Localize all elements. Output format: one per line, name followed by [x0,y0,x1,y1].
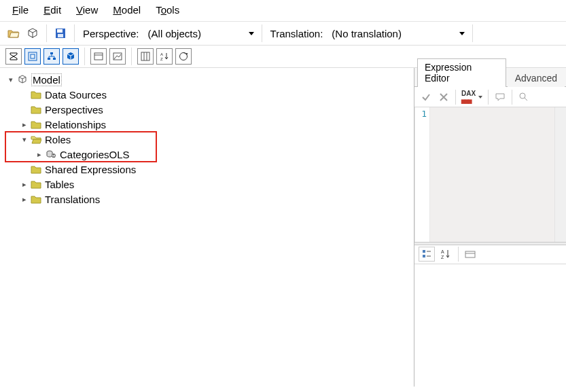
tree-root-label: Model [31,73,62,86]
dax-formatter-button[interactable]: DAX ▆▆▆ [460,90,484,105]
tree-item-label: Shared Expressions [45,164,136,175]
tree-item-label: Tables [45,179,74,190]
menu-file[interactable]: File [12,4,29,16]
sigma-icon[interactable] [5,48,22,65]
collapse-icon[interactable]: ▾ [20,135,29,144]
folder-icon [30,193,42,205]
menu-view[interactable]: View [76,4,98,16]
scrollbar-vertical[interactable] [554,107,566,242]
translation-value: (No translation) [332,28,402,39]
svg-text:A: A [160,52,163,56]
model-tree: ▾ Model ▸ Data Sources ▸ Perspe [5,72,408,207]
toolbar-separator [472,24,473,42]
categorized-icon[interactable] [419,247,435,262]
folder-icon [30,178,42,190]
svg-rect-8 [94,53,103,60]
tree-item-shared-expressions[interactable]: ▸ Shared Expressions [5,162,408,177]
toolbar-separator [131,48,132,65]
toolbar-separator [84,48,85,65]
cancel-icon[interactable] [436,90,451,105]
translation-combo[interactable]: (No translation) [325,25,468,41]
main-area: ▾ Model ▸ Data Sources ▸ Perspe [0,68,566,387]
expression-editor[interactable]: 1 [414,107,566,242]
translation-label: Translation: [270,28,323,39]
folder-icon [30,118,42,130]
tree-item-tables[interactable]: ▸ Tables [5,177,408,192]
highlighted-region: ▾ Roles ▸ CategoriesOLS [5,132,408,162]
editor-tabs: Expression Editor Advanced [414,68,566,87]
tree-item-roles[interactable]: ▾ Roles [5,132,408,147]
chevron-down-icon [459,32,465,35]
sort-az-icon[interactable]: AZ [156,48,173,65]
collapse-icon[interactable]: ▾ [7,75,15,84]
menu-bar: File Edit View Model Tools [0,0,566,22]
svg-rect-27 [465,251,475,257]
right-pane: Expression Editor Advanced DAX ▆▆▆ [414,68,566,387]
tab-advanced[interactable]: Advanced [508,69,565,87]
perspective-combo[interactable]: (All objects) [142,25,258,41]
svg-rect-1 [57,29,63,33]
svg-text:Z: Z [441,255,444,260]
tree-root-row[interactable]: ▾ Model [5,72,408,87]
folder-icon [30,88,42,101]
cube-solid-icon[interactable] [63,48,79,65]
property-grid[interactable] [414,264,566,387]
perspective-label: Perspective: [83,28,139,39]
tree-item-label: CategoriesOLS [60,149,130,160]
toolbar-separator [74,24,75,42]
tab-expression-editor[interactable]: Expression Editor [417,58,506,87]
toolbar-separator [262,24,262,42]
tree-item-translations[interactable]: ▸ Translations [5,192,408,207]
open-folder-icon[interactable] [5,25,22,41]
refresh-circle-icon[interactable] [175,48,192,65]
folder-open-icon [30,133,42,145]
tree-item-categories-ols[interactable]: ▸ CategoriesOLS [5,147,408,162]
svg-rect-5 [50,52,53,54]
tree-item-label: Translations [45,194,100,205]
columns-icon[interactable] [137,48,154,65]
alphabetical-icon[interactable]: AZ [438,247,454,262]
comment-icon[interactable] [493,90,508,105]
hierarchy-icon[interactable] [43,48,60,65]
property-toolbar: AZ [414,245,566,264]
tree-item-label: Data Sources [45,89,107,101]
tree-item-data-sources[interactable]: ▸ Data Sources [5,87,408,102]
tree-pane: ▾ Model ▸ Data Sources ▸ Perspe [0,68,414,387]
tree-item-perspectives[interactable]: ▸ Perspectives [5,102,408,117]
svg-text:A: A [441,249,444,254]
property-pages-icon[interactable] [463,247,479,262]
expand-icon[interactable]: ▸ [35,150,43,159]
code-body[interactable] [430,107,554,242]
expand-icon[interactable]: ▸ [20,120,29,129]
accept-icon[interactable] [419,90,434,105]
expression-toolbar: DAX ▆▆▆ [414,87,566,107]
svg-rect-6 [48,58,50,60]
svg-rect-7 [53,58,56,60]
svg-rect-2 [58,34,63,37]
chart-diag-icon[interactable] [109,48,126,65]
search-icon[interactable] [516,90,531,105]
window-icon[interactable] [90,48,107,65]
line-gutter: 1 [415,107,430,242]
svg-rect-11 [141,52,149,60]
chevron-down-icon [478,96,482,99]
column-outline-icon[interactable] [24,48,41,65]
svg-rect-22 [423,255,425,257]
folder-icon [30,103,42,115]
menu-tools[interactable]: Tools [156,4,179,16]
tree-item-relationships[interactable]: ▸ Relationships [5,117,408,132]
tree-item-label: Relationships [45,119,106,130]
expand-icon[interactable]: ▸ [20,180,29,189]
main-toolbar: Perspective: (All objects) Translation: … [0,22,566,46]
menu-model[interactable]: Model [113,4,141,16]
menu-edit[interactable]: Edit [43,4,61,16]
folder-icon [30,163,42,175]
svg-rect-21 [423,250,425,253]
svg-rect-3 [29,52,37,60]
save-icon[interactable] [52,25,69,41]
expand-icon[interactable]: ▸ [20,195,29,204]
chevron-down-icon [249,32,254,35]
svg-text:Z: Z [160,57,163,61]
cube-outline-icon[interactable] [24,25,41,41]
svg-rect-4 [31,54,35,58]
